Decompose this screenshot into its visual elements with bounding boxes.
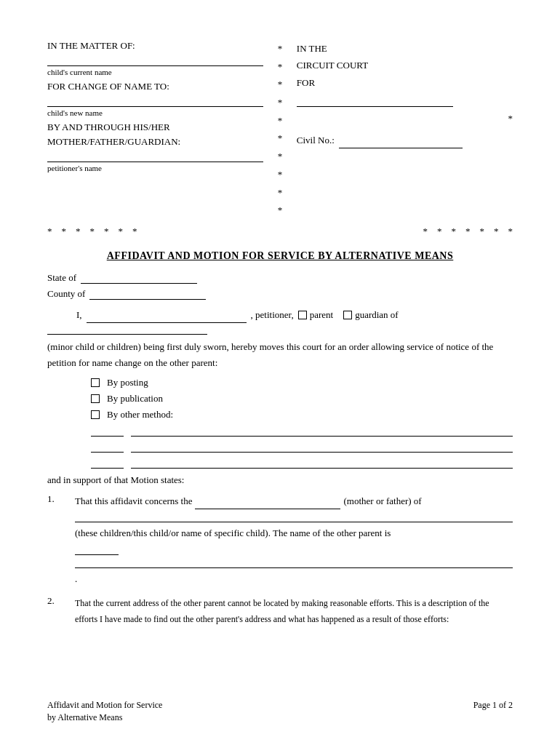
petitioner-text5: (minor child or children) being first du…: [47, 339, 513, 371]
item-1-number: 1.: [47, 493, 62, 586]
short-field-3[interactable]: [91, 458, 124, 469]
item-1-dot: .: [75, 571, 513, 586]
guardian-label: guardian of: [355, 307, 399, 323]
county-line: County of: [47, 288, 513, 300]
in-matter-of-label: IN THE MATTER OF:: [47, 40, 263, 52]
item-1-name-line: [75, 543, 513, 555]
methods-section: By posting By publication By other metho…: [91, 377, 513, 421]
petitioner-block: I, , petitioner, parent guardian of (min…: [47, 307, 513, 371]
document-page: IN THE MATTER OF: child's current name F…: [0, 0, 560, 745]
header-table: IN THE MATTER OF: child's current name F…: [47, 40, 513, 220]
header-right: IN THE CIRCUIT COURT FOR * Civil No.:: [289, 40, 513, 220]
child-new-name-label: child's new name: [47, 108, 263, 117]
other-checkbox[interactable]: [91, 410, 100, 419]
petitioner-label: petitioner's name: [47, 164, 263, 172]
circuit-court-label: CIRCUIT COURT: [297, 60, 368, 71]
page-number: Page 1 of 2: [473, 700, 513, 710]
petitioner-line1: I, , petitioner, parent guardian of: [47, 307, 513, 323]
petitioner-text2: , petitioner,: [251, 307, 294, 323]
item-1-content: That this affidavit concerns the (mother…: [75, 493, 513, 586]
footer-line2: by Alternative Means: [47, 712, 162, 723]
i-label: I,: [47, 307, 82, 323]
header-stars-col: **********: [271, 40, 289, 220]
item-1: 1. That this affidavit concerns the (mot…: [47, 493, 513, 586]
guardian-checkbox-item: guardian of: [343, 307, 399, 323]
by-and-through-label: BY AND THROUGH HIS/HER: [47, 121, 263, 133]
item-2-number: 2.: [47, 595, 62, 626]
petitioner-line2: (minor child or children) being first du…: [47, 323, 513, 371]
state-field[interactable]: [81, 272, 197, 284]
header-left: IN THE MATTER OF: child's current name F…: [47, 40, 271, 220]
short-field-1[interactable]: [91, 426, 124, 437]
for-label: FOR: [297, 77, 315, 88]
item-1-text1: That this affidavit concerns the: [75, 493, 192, 509]
other-label: By other method:: [107, 409, 173, 421]
method-other-row: By other method:: [91, 409, 513, 421]
petitioner-name-field[interactable]: [47, 151, 263, 162]
footer-line1: Affidavit and Motion for Service: [47, 700, 162, 711]
short-field-2[interactable]: [91, 442, 124, 453]
in-the-label: IN THE: [297, 43, 327, 54]
publication-checkbox[interactable]: [91, 394, 100, 403]
publication-label: By publication: [107, 393, 163, 405]
star-right: *: [508, 110, 513, 127]
stars-left: * * * * * * *: [47, 226, 137, 237]
method-posting-row: By posting: [91, 377, 513, 389]
item-2: 2. That the current address of the other…: [47, 595, 513, 626]
line-row-2: [91, 442, 513, 453]
petitioner-name-field2[interactable]: [87, 311, 247, 323]
parent-checkbox[interactable]: [298, 311, 307, 319]
right-col-content: IN THE CIRCUIT COURT FOR * Civil No.:: [297, 40, 513, 148]
item-1-name-field[interactable]: [75, 543, 119, 555]
line-row-3: [91, 458, 513, 469]
mother-father-label: MOTHER/FATHER/GUARDIAN:: [47, 136, 263, 148]
line-row-1: [91, 426, 513, 437]
guardian-checkbox[interactable]: [343, 311, 352, 319]
civil-no-line: Civil No.:: [297, 132, 513, 148]
child-new-name-field[interactable]: [47, 95, 263, 107]
item-1-full-line[interactable]: [75, 512, 513, 522]
document-title: AFFIDAVIT AND MOTION FOR SERVICE BY ALTE…: [47, 250, 513, 262]
item-1-text3: (these children/this child/or name of sp…: [75, 527, 391, 538]
full-field-1[interactable]: [131, 426, 513, 437]
parent-checkbox-item: parent: [298, 307, 333, 323]
stars-row: * * * * * * * * * * * * * *: [47, 226, 513, 237]
item-1-line2: (these children/this child/or name of sp…: [75, 525, 513, 541]
footer-right: Page 1 of 2: [473, 700, 513, 723]
method-publication-row: By publication: [91, 393, 513, 405]
child-name-field[interactable]: [47, 55, 263, 66]
posting-label: By posting: [107, 377, 148, 389]
posting-checkbox[interactable]: [91, 378, 100, 387]
support-text: and in support of that Motion states:: [47, 474, 513, 486]
state-line: State of: [47, 272, 513, 284]
county-label: County of: [47, 288, 85, 300]
civil-no-label: Civil No.:: [297, 132, 335, 148]
document-footer: Affidavit and Motion for Service by Alte…: [47, 700, 513, 723]
item-1-text2: (mother or father) of: [343, 493, 421, 509]
item-2-content: That the current address of the other pa…: [75, 595, 513, 626]
civil-no-field[interactable]: [339, 137, 463, 148]
child-name-label: child's current name: [47, 68, 263, 76]
state-county-section: State of County of: [47, 272, 513, 300]
for-field[interactable]: [297, 95, 453, 107]
title-section: AFFIDAVIT AND MOTION FOR SERVICE BY ALTE…: [47, 250, 513, 262]
full-field-2[interactable]: [131, 442, 513, 453]
item-1-full-line2[interactable]: [75, 558, 513, 568]
support-label: and in support of that Motion states:: [47, 474, 184, 485]
footer-left: Affidavit and Motion for Service by Alte…: [47, 700, 162, 723]
item-1-field1[interactable]: [195, 498, 340, 509]
stars-right: * * * * * * *: [423, 226, 513, 237]
item-2-text: That the current address of the other pa…: [75, 598, 489, 624]
minor-child-field[interactable]: [47, 323, 207, 335]
full-field-3[interactable]: [131, 458, 513, 469]
county-field[interactable]: [89, 288, 206, 300]
item-1-line1: That this affidavit concerns the (mother…: [75, 493, 513, 509]
for-line: [297, 95, 513, 107]
lines-section: [91, 426, 513, 469]
state-label: State of: [47, 272, 76, 284]
parent-label: parent: [310, 307, 333, 323]
for-change-label: FOR CHANGE OF NAME TO:: [47, 81, 263, 92]
